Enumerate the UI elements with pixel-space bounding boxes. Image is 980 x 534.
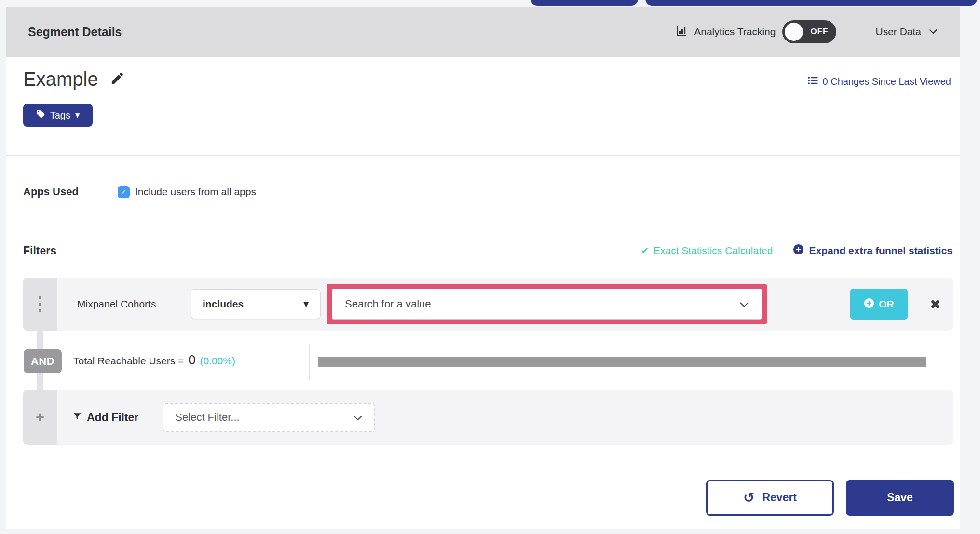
filter-group: Mixpanel Cohorts includes ▼ Search for a… [23,278,953,445]
analytics-tracking-label: Analytics Tracking [694,26,776,38]
select-filter-dropdown[interactable]: Select Filter... [163,403,375,432]
total-reachable-row: AND Total Reachable Users = 0 (0.00%) [23,331,953,390]
tags-button[interactable]: Tags ▼ [23,104,93,127]
toggle-state-label: OFF [810,27,828,37]
add-filter-text: Add Filter [87,411,138,424]
user-data-label: User Data [875,26,921,38]
reachable-users-progress-bar [318,357,926,367]
total-reachable-prefix: Total Reachable Users = [73,355,184,367]
expand-link-label: Expand extra funnel statistics [809,245,953,256]
user-data-dropdown[interactable]: User Data [857,7,960,57]
filter-drag-handle[interactable] [23,278,57,331]
funnel-icon [72,411,82,424]
changes-since-last-viewed-link[interactable]: 0 Changes Since Last Viewed [807,75,951,88]
filter-value-select[interactable]: Search for a value [332,289,762,320]
tags-button-label: Tags [50,110,70,121]
vertical-divider [309,344,310,380]
top-tab-pill-left[interactable] [531,0,638,6]
analytics-tracking-toggle[interactable]: OFF [782,20,836,43]
exact-statistics-label: Exact Statistics Calculated [653,245,773,256]
add-filter-plus-button[interactable]: ✚ [23,390,57,445]
expand-funnel-statistics-link[interactable]: Expand extra funnel statistics [793,244,953,257]
footer-actions: ↺ Revert Save [6,466,960,529]
plus-icon: ✚ [36,412,44,423]
select-filter-placeholder: Select Filter... [175,411,239,424]
bar-chart-icon [676,25,687,39]
analytics-tracking-section: Analytics Tracking OFF [655,7,857,57]
pencil-icon[interactable] [110,71,125,88]
caret-down-icon: ▼ [303,300,309,308]
page-title: Segment Details [6,7,655,57]
apps-used-label: Apps Used [23,186,118,198]
value-select-highlight: Search for a value [327,284,767,324]
total-reachable-users: Total Reachable Users = 0 (0.00%) [73,353,235,368]
segment-name: Example [23,68,98,90]
filter-row: Mixpanel Cohorts includes ▼ Search for a… [23,278,953,331]
chevron-down-icon [354,411,362,424]
changes-link-label: 0 Changes Since Last Viewed [823,76,951,87]
tag-icon [36,109,45,121]
add-filter-row: ✚ Add Filter Select Filter... [23,390,953,445]
page: Segment Details Analytics Tracking OFF U… [0,0,980,534]
segment-name-section: Example 0 Changes Since Last Viewed Tags [6,57,960,155]
include-all-apps-label: Include users from all apps [135,186,256,198]
filter-field-label: Mixpanel Cohorts [77,298,191,310]
include-all-apps-checkbox[interactable]: ✓ [118,186,130,198]
exact-statistics-status: ✔ Exact Statistics Calculated [641,245,773,256]
add-filter-label: Add Filter [72,411,138,424]
check-icon: ✔ [641,245,649,256]
top-tab-pill-right[interactable] [645,0,977,6]
segment-details-card: Segment Details Analytics Tracking OFF U… [6,7,960,529]
conjunction-badge: AND [24,349,62,373]
card-header: Segment Details Analytics Tracking OFF U… [6,7,960,57]
operator-value: includes [203,298,244,310]
toggle-knob [785,23,803,41]
chevron-down-icon [929,27,938,36]
total-reachable-count: 0 [188,353,195,368]
chevron-down-icon [739,298,749,310]
filters-section: Filters ✔ Exact Statistics Calculated Ex… [6,228,960,466]
plus-circle-icon [864,298,874,311]
save-button[interactable]: Save [846,480,954,516]
filter-value-placeholder: Search for a value [345,298,431,310]
apps-used-section: Apps Used ✓ Include users from all apps [6,155,960,228]
caret-down-icon: ▼ [75,112,80,119]
revert-button[interactable]: ↺ Revert [706,480,834,516]
filter-operator-dropdown[interactable]: includes ▼ [191,289,321,319]
drag-dots-icon [39,296,41,312]
filters-title: Filters [23,244,56,257]
plus-circle-icon [793,244,804,257]
revert-button-label: Revert [762,491,797,504]
revert-icon: ↺ [743,491,754,505]
save-button-label: Save [887,491,913,504]
total-reachable-percent: (0.00%) [200,355,235,367]
or-button-label: OR [879,298,894,310]
changelog-list-icon [807,75,818,88]
remove-filter-button[interactable]: ✖ [930,298,941,311]
add-or-condition-button[interactable]: OR [850,289,908,320]
